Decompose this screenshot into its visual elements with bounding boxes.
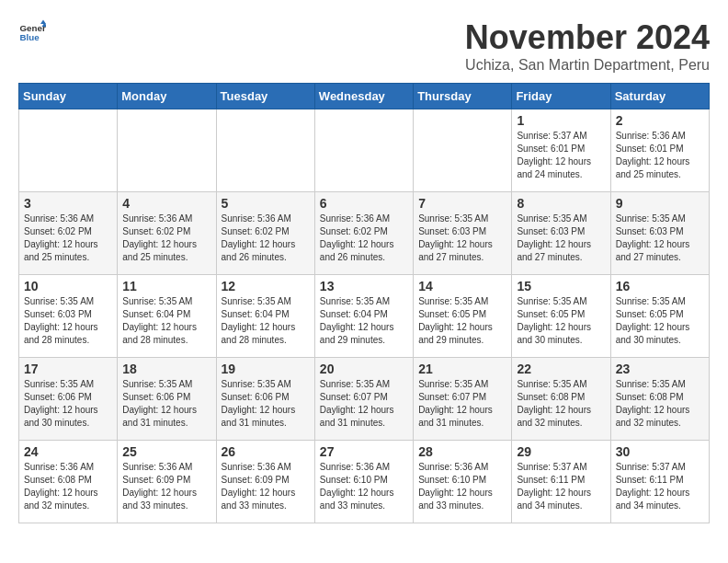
table-row: 21 Sunrise: 5:35 AMSunset: 6:07 PMDaylig… [414, 358, 512, 441]
day-number: 14 [418, 279, 506, 293]
table-row: 28 Sunrise: 5:36 AMSunset: 6:10 PMDaylig… [414, 441, 512, 523]
table-row [19, 109, 118, 192]
title-area: November 2024 Uchiza, San Martin Departm… [465, 18, 710, 74]
table-row [216, 109, 314, 192]
day-number: 18 [122, 362, 210, 376]
day-info: Sunrise: 5:36 AMSunset: 6:01 PMDaylight:… [616, 131, 690, 179]
table-row: 4 Sunrise: 5:36 AMSunset: 6:02 PMDayligh… [118, 192, 216, 275]
day-number: 27 [320, 444, 408, 459]
day-number: 15 [517, 279, 605, 293]
logo: General Blue [18, 18, 46, 46]
day-info: Sunrise: 5:35 AMSunset: 6:04 PMDaylight:… [122, 296, 197, 345]
table-row: 9 Sunrise: 5:35 AMSunset: 6:03 PMDayligh… [610, 192, 709, 275]
day-number: 25 [122, 444, 210, 459]
day-info: Sunrise: 5:37 AMSunset: 6:01 PMDaylight:… [517, 131, 591, 179]
day-number: 9 [616, 196, 704, 211]
day-info: Sunrise: 5:36 AMSunset: 6:09 PMDaylight:… [222, 462, 296, 511]
day-number: 16 [616, 279, 704, 293]
table-row: 30 Sunrise: 5:37 AMSunset: 6:11 PMDaylig… [610, 441, 709, 523]
day-number: 10 [24, 279, 112, 293]
table-row: 10 Sunrise: 5:35 AMSunset: 6:03 PMDaylig… [19, 275, 118, 358]
table-row: 6 Sunrise: 5:36 AMSunset: 6:02 PMDayligh… [314, 192, 413, 275]
table-row: 12 Sunrise: 5:35 AMSunset: 6:04 PMDaylig… [216, 275, 314, 358]
day-info: Sunrise: 5:35 AMSunset: 6:06 PMDaylight:… [222, 379, 296, 428]
day-number: 28 [418, 444, 506, 459]
table-row: 7 Sunrise: 5:35 AMSunset: 6:03 PMDayligh… [414, 192, 512, 275]
day-info: Sunrise: 5:35 AMSunset: 6:08 PMDaylight:… [517, 379, 591, 428]
svg-text:Blue: Blue [20, 32, 40, 42]
table-row [314, 109, 413, 192]
table-row [414, 109, 512, 192]
day-info: Sunrise: 5:37 AMSunset: 6:11 PMDaylight:… [517, 462, 591, 511]
day-number: 6 [320, 196, 408, 211]
day-info: Sunrise: 5:35 AMSunset: 6:03 PMDaylight:… [517, 213, 591, 262]
logo-icon: General Blue [18, 18, 46, 46]
day-number: 20 [320, 362, 408, 376]
day-number: 5 [222, 196, 310, 211]
week-row-5: 24 Sunrise: 5:36 AMSunset: 6:08 PMDaylig… [19, 441, 710, 523]
day-info: Sunrise: 5:35 AMSunset: 6:04 PMDaylight:… [320, 296, 394, 345]
table-row: 20 Sunrise: 5:35 AMSunset: 6:07 PMDaylig… [314, 358, 413, 441]
day-info: Sunrise: 5:36 AMSunset: 6:02 PMDaylight:… [320, 213, 394, 262]
day-info: Sunrise: 5:36 AMSunset: 6:08 PMDaylight:… [24, 462, 98, 511]
table-row: 15 Sunrise: 5:35 AMSunset: 6:05 PMDaylig… [512, 275, 610, 358]
page-header: General Blue November 2024 Uchiza, San M… [18, 18, 710, 74]
svg-text:General: General [20, 23, 47, 33]
day-info: Sunrise: 5:35 AMSunset: 6:05 PMDaylight:… [418, 296, 493, 345]
header-monday: Monday [118, 84, 216, 109]
day-number: 4 [122, 196, 210, 211]
table-row: 25 Sunrise: 5:36 AMSunset: 6:09 PMDaylig… [118, 441, 216, 523]
table-row: 3 Sunrise: 5:36 AMSunset: 6:02 PMDayligh… [19, 192, 118, 275]
day-info: Sunrise: 5:35 AMSunset: 6:03 PMDaylight:… [418, 213, 493, 262]
day-number: 22 [517, 362, 605, 376]
header-thursday: Thursday [414, 84, 512, 109]
table-row: 17 Sunrise: 5:35 AMSunset: 6:06 PMDaylig… [19, 358, 118, 441]
table-row: 14 Sunrise: 5:35 AMSunset: 6:05 PMDaylig… [414, 275, 512, 358]
table-row: 5 Sunrise: 5:36 AMSunset: 6:02 PMDayligh… [216, 192, 314, 275]
day-info: Sunrise: 5:36 AMSunset: 6:02 PMDaylight:… [122, 213, 197, 262]
week-row-1: 1 Sunrise: 5:37 AMSunset: 6:01 PMDayligh… [19, 109, 710, 192]
day-info: Sunrise: 5:35 AMSunset: 6:08 PMDaylight:… [616, 379, 690, 428]
table-row: 19 Sunrise: 5:35 AMSunset: 6:06 PMDaylig… [216, 358, 314, 441]
day-number: 8 [517, 196, 605, 211]
location-subtitle: Uchiza, San Martin Department, Peru [465, 57, 710, 74]
day-info: Sunrise: 5:35 AMSunset: 6:07 PMDaylight:… [320, 379, 394, 428]
table-row: 27 Sunrise: 5:36 AMSunset: 6:10 PMDaylig… [314, 441, 413, 523]
header-wednesday: Wednesday [314, 84, 413, 109]
day-number: 30 [616, 444, 704, 459]
week-row-4: 17 Sunrise: 5:35 AMSunset: 6:06 PMDaylig… [19, 358, 710, 441]
day-info: Sunrise: 5:36 AMSunset: 6:10 PMDaylight:… [320, 462, 394, 511]
day-number: 19 [222, 362, 310, 376]
calendar-table: Sunday Monday Tuesday Wednesday Thursday… [18, 83, 710, 523]
day-info: Sunrise: 5:36 AMSunset: 6:02 PMDaylight:… [24, 213, 98, 262]
table-row: 8 Sunrise: 5:35 AMSunset: 6:03 PMDayligh… [512, 192, 610, 275]
day-info: Sunrise: 5:36 AMSunset: 6:10 PMDaylight:… [418, 462, 493, 511]
day-info: Sunrise: 5:35 AMSunset: 6:05 PMDaylight:… [517, 296, 591, 345]
table-row: 16 Sunrise: 5:35 AMSunset: 6:05 PMDaylig… [610, 275, 709, 358]
day-number: 7 [418, 196, 506, 211]
day-number: 26 [222, 444, 310, 459]
day-info: Sunrise: 5:35 AMSunset: 6:06 PMDaylight:… [122, 379, 197, 428]
table-row: 22 Sunrise: 5:35 AMSunset: 6:08 PMDaylig… [512, 358, 610, 441]
day-number: 2 [616, 113, 704, 128]
day-number: 3 [24, 196, 112, 211]
day-info: Sunrise: 5:35 AMSunset: 6:03 PMDaylight:… [616, 213, 690, 262]
table-row: 18 Sunrise: 5:35 AMSunset: 6:06 PMDaylig… [118, 358, 216, 441]
day-number: 29 [517, 444, 605, 459]
header-sunday: Sunday [19, 84, 118, 109]
day-info: Sunrise: 5:36 AMSunset: 6:02 PMDaylight:… [222, 213, 296, 262]
day-number: 21 [418, 362, 506, 376]
table-row: 29 Sunrise: 5:37 AMSunset: 6:11 PMDaylig… [512, 441, 610, 523]
header-row: Sunday Monday Tuesday Wednesday Thursday… [19, 84, 710, 109]
day-info: Sunrise: 5:35 AMSunset: 6:04 PMDaylight:… [222, 296, 296, 345]
table-row: 11 Sunrise: 5:35 AMSunset: 6:04 PMDaylig… [118, 275, 216, 358]
day-number: 1 [517, 113, 605, 128]
header-tuesday: Tuesday [216, 84, 314, 109]
day-info: Sunrise: 5:37 AMSunset: 6:11 PMDaylight:… [616, 462, 690, 511]
table-row: 1 Sunrise: 5:37 AMSunset: 6:01 PMDayligh… [512, 109, 610, 192]
table-row: 13 Sunrise: 5:35 AMSunset: 6:04 PMDaylig… [314, 275, 413, 358]
day-number: 24 [24, 444, 112, 459]
svg-marker-2 [40, 20, 46, 25]
day-number: 23 [616, 362, 704, 376]
week-row-2: 3 Sunrise: 5:36 AMSunset: 6:02 PMDayligh… [19, 192, 710, 275]
